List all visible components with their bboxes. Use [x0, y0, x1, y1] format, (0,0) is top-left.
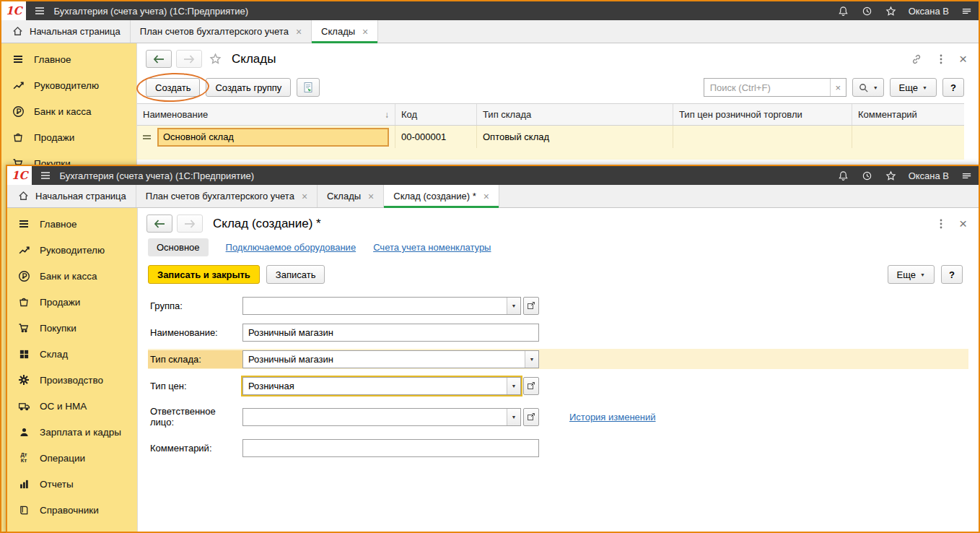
notifications-bell-icon[interactable]: [837, 4, 850, 17]
create-group-button[interactable]: Создать группу: [206, 78, 291, 97]
warehouse-type-combo[interactable]: Розничный магазин ▼: [242, 350, 539, 368]
column-header-price-type[interactable]: Тип цен розничной торговли: [673, 104, 852, 125]
close-tab-icon[interactable]: ×: [484, 191, 489, 202]
save-button[interactable]: Записать: [266, 265, 325, 284]
more-dots-icon[interactable]: [935, 53, 948, 66]
sidebar-item-bank-cash[interactable]: Банк и касса: [7, 263, 137, 289]
group-combo[interactable]: ▼: [242, 297, 521, 315]
more-button[interactable]: Еще ▼: [890, 78, 937, 97]
help-button[interactable]: ?: [941, 265, 963, 284]
service-menu-icon[interactable]: [960, 169, 973, 182]
column-header-code[interactable]: Код: [395, 104, 477, 125]
sidebar-item-main[interactable]: Главное: [1, 46, 136, 72]
name-input[interactable]: [242, 324, 539, 342]
service-menu-icon[interactable]: [960, 4, 973, 17]
column-header-type[interactable]: Тип склада: [477, 104, 673, 125]
comment-input[interactable]: [242, 439, 539, 457]
dropdown-arrow-icon[interactable]: ▼: [507, 409, 520, 425]
more-button[interactable]: Еще ▼: [888, 265, 935, 284]
sidebar-item-payroll-hr[interactable]: Зарплата и кадры: [7, 419, 137, 445]
dropdown-arrow-icon[interactable]: ▼: [525, 351, 538, 368]
price-type-combo[interactable]: Розничная ▼: [242, 377, 521, 395]
user-name[interactable]: Оксана В: [909, 170, 949, 181]
help-button-label: ?: [950, 82, 956, 93]
tab-warehouses[interactable]: Склады ×: [318, 185, 384, 207]
sidebar-item-bank-cash[interactable]: Банк и касса: [1, 98, 136, 124]
search-button[interactable]: ▼: [852, 78, 884, 97]
dropdown-arrow-icon[interactable]: ▼: [507, 298, 520, 314]
sidebar-item-directories[interactable]: Справочники: [7, 497, 137, 523]
responsible-combo[interactable]: ▼: [242, 408, 521, 426]
dropdown-arrow-icon[interactable]: ▼: [507, 378, 520, 394]
tab-warehouses[interactable]: Склады ×: [312, 20, 378, 43]
close-tab-icon[interactable]: ×: [368, 191, 374, 202]
cell-name[interactable]: Основной склад: [137, 126, 395, 148]
main-menu-icon[interactable]: [33, 4, 46, 17]
selected-cell[interactable]: Основной склад: [157, 128, 389, 147]
favorites-star-icon[interactable]: [885, 169, 898, 182]
close-tab-icon[interactable]: ×: [296, 27, 302, 37]
table-header: Наименование ↓ Код Тип склада Тип цен ро…: [137, 103, 964, 126]
clear-search-icon[interactable]: ×: [830, 79, 846, 96]
sidebar-item-purchases[interactable]: Покупки: [7, 315, 137, 341]
help-button[interactable]: ?: [942, 78, 964, 97]
more-dots-icon[interactable]: [935, 217, 948, 230]
tab-warehouse-create[interactable]: Склад (создание) * ×: [384, 185, 499, 207]
cell-type[interactable]: Оптовый склад: [477, 126, 673, 148]
close-tab-icon[interactable]: ×: [362, 27, 368, 37]
favorites-star-icon[interactable]: [885, 4, 898, 17]
sidebar-item-production[interactable]: Производство: [7, 367, 137, 393]
close-tab-icon[interactable]: ×: [302, 191, 307, 202]
search-input[interactable]: [704, 79, 830, 96]
sidebar-item-manager[interactable]: Руководителю: [7, 237, 137, 263]
copy-link-icon[interactable]: [910, 53, 923, 66]
open-button[interactable]: [523, 297, 539, 315]
sidebar-item-sales[interactable]: Продажи: [7, 289, 137, 315]
create-group-label: Создать группу: [215, 82, 281, 93]
sidebar-item-main[interactable]: Главное: [7, 211, 137, 237]
tab-chart-of-accounts[interactable]: План счетов бухгалтерского учета ×: [131, 20, 312, 43]
column-header-name[interactable]: Наименование ↓: [137, 104, 395, 125]
price-type-label: Тип цен:: [148, 377, 242, 395]
tab-home[interactable]: Начальная страница: [7, 185, 136, 207]
nav-link-item-accounts[interactable]: Счета учета номенклатуры: [373, 242, 491, 253]
save-and-close-button[interactable]: Записать и закрыть: [148, 265, 260, 284]
sidebar-item-warehouse[interactable]: Склад: [7, 341, 137, 367]
main-menu-icon[interactable]: [39, 169, 52, 182]
sidebar-item-operations[interactable]: ДтКт Операции: [7, 445, 137, 471]
cell-code[interactable]: 00-000001: [395, 126, 477, 148]
favorite-toggle-star-icon[interactable]: [209, 53, 222, 65]
cell-price-type[interactable]: [673, 126, 852, 148]
new-document-button[interactable]: [297, 78, 320, 97]
tab-label: Склады: [327, 191, 361, 202]
open-button[interactable]: [523, 377, 539, 395]
close-form-icon[interactable]: ×: [959, 217, 967, 230]
tab-chart-of-accounts[interactable]: План счетов бухгалтерского учета ×: [136, 185, 318, 207]
more-button-label: Еще: [897, 269, 916, 280]
nav-tab-main[interactable]: Основное: [148, 238, 209, 256]
tab-home[interactable]: Начальная страница: [1, 20, 131, 43]
user-name[interactable]: Оксана В: [909, 6, 949, 17]
sidebar-item-manager[interactable]: Руководителю: [1, 72, 136, 98]
column-header-comment[interactable]: Комментарий: [852, 104, 964, 125]
sidebar-item-sales[interactable]: Продажи: [1, 124, 136, 150]
close-form-icon[interactable]: ×: [959, 52, 967, 66]
table-row[interactable]: Основной склад 00-000001 Оптовый склад: [137, 126, 964, 148]
notifications-bell-icon[interactable]: [837, 169, 850, 182]
create-button[interactable]: Создать: [146, 78, 200, 97]
forward-button[interactable]: [176, 50, 202, 68]
history-icon[interactable]: [861, 4, 874, 17]
back-button[interactable]: [146, 50, 172, 68]
page-title: Склад (создание) *: [213, 217, 321, 231]
sidebar-item-reports[interactable]: Отчеты: [7, 471, 137, 497]
cell-comment[interactable]: [852, 126, 964, 148]
tab-label: Склад (создание) *: [393, 191, 476, 202]
open-button[interactable]: [523, 408, 539, 426]
nav-link-equipment[interactable]: Подключаемое оборудование: [226, 242, 356, 253]
forward-button[interactable]: [177, 214, 203, 233]
sidebar-item-fixed-assets[interactable]: ОС и НМА: [7, 393, 137, 419]
change-history-link[interactable]: История изменений: [569, 412, 656, 422]
sort-desc-icon[interactable]: ↓: [385, 110, 389, 120]
back-button[interactable]: [146, 214, 172, 233]
history-icon[interactable]: [861, 169, 874, 182]
